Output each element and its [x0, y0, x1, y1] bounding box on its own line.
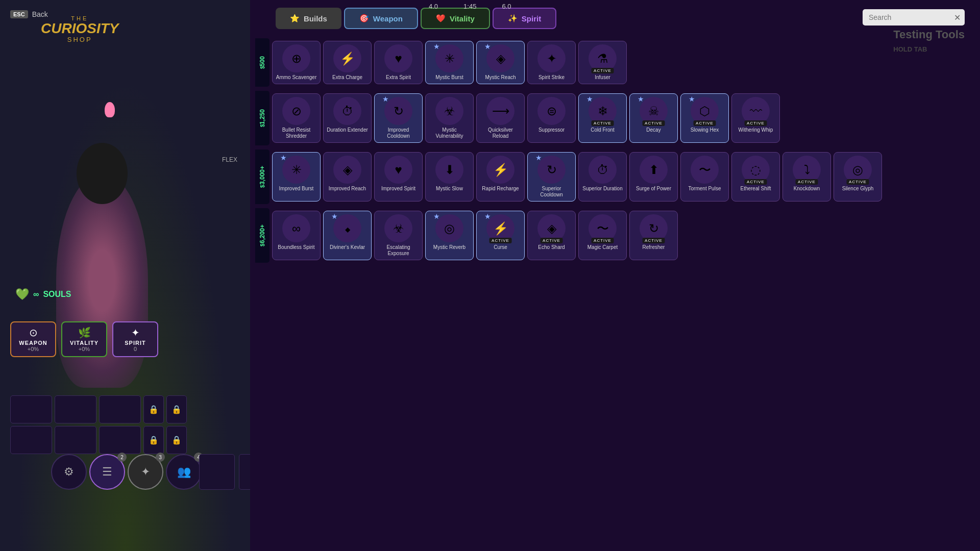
item-mystic-slow[interactable]: ⬇ Mystic Slow [425, 152, 474, 202]
hold-tab-label: HOLD TAB [893, 45, 927, 53]
testing-tools: Testing Tools HOLD TAB [893, 28, 965, 55]
item-knockdown[interactable]: ⤵ ACTIVE Knockdown [782, 152, 831, 202]
item-bullet-resist-shredder[interactable]: ⊘ Bullet Resist Shredder [272, 93, 321, 143]
item-mystic-reverb[interactable]: ★ ◎ Mystic Reverb [425, 211, 474, 260]
build-slot-3[interactable] [99, 395, 141, 423]
build-slot-6[interactable] [99, 426, 141, 454]
active-badge: ACTIVE [693, 120, 716, 126]
item-superior-cooldown[interactable]: ★ ↻ Superior Cooldown [527, 152, 576, 202]
item-escalating-exposure[interactable]: ☣ Escalating Exposure [374, 211, 423, 260]
item-ammo-scavenger[interactable]: ⊕ Ammo Scavenger [272, 41, 321, 84]
item-curse[interactable]: ★ ⚡ ACTIVE Curse [476, 211, 525, 260]
tier-badge-6200: $6,200+ [255, 208, 270, 263]
item-rapid-recharge[interactable]: ⚡ Rapid Recharge [476, 152, 525, 202]
vitality-icon: 🌿 [65, 327, 103, 339]
item-silence-glyph[interactable]: ◎ ACTIVE Silence Glyph [834, 152, 882, 202]
active-badge: ACTIVE [846, 179, 869, 185]
build-slot-row-1: 🔒 🔒 [10, 395, 187, 423]
header-num-3: 6.0 [502, 3, 511, 10]
tier-6200-grid: ∞ Boundless Spirit ★ ⬥ Diviner's Kevlar … [270, 208, 972, 263]
tabs-bar: ⭐ Builds 🎯 Weapon ❤️ Vitality ✨ Spirit [276, 8, 556, 29]
bottom-toolbar: ⚙ ☰ 2 ✦ 3 👥 4 [51, 454, 202, 490]
toolbar-list-btn[interactable]: ☰ 2 [89, 454, 125, 490]
item-boundless-spirit[interactable]: ∞ Boundless Spirit [272, 211, 321, 260]
active-badge: ACTIVE [591, 238, 614, 243]
shop-word: SHOP [41, 36, 118, 43]
vitality-tab-icon: ❤️ [436, 14, 446, 23]
item-superior-duration[interactable]: ⏱ Superior Duration [578, 152, 627, 202]
item-improved-cooldown[interactable]: ★ ↻ Improved Cooldown [374, 93, 423, 143]
tab-builds[interactable]: ⭐ Builds [276, 8, 341, 29]
item-improved-spirit[interactable]: ♥ Improved Spirit [374, 152, 423, 202]
flex-label: FLEX [222, 156, 237, 163]
active-badge: ACTIVE [642, 120, 665, 126]
build-slot-5[interactable] [55, 426, 96, 454]
tab-weapon[interactable]: 🎯 Weapon [344, 8, 418, 29]
build-slot-2[interactable] [55, 395, 96, 423]
item-improved-reach[interactable]: ◈ Improved Reach [323, 152, 372, 202]
tier-row-6200: $6,200+ ∞ Boundless Spirit ★ ⬥ Diviner's… [255, 208, 972, 263]
weapon-label: WEAPON [14, 340, 52, 346]
item-duration-extender[interactable]: ⏱ Duration Extender [323, 93, 372, 143]
item-refresher[interactable]: ↻ ACTIVE Refresher [629, 211, 678, 260]
item-surge-of-power[interactable]: ⬆ Surge of Power [629, 152, 678, 202]
active-badge: ACTIVE [744, 120, 767, 126]
item-decay[interactable]: ★ ☠ ACTIVE Decay [629, 93, 678, 143]
item-extra-charge[interactable]: ⚡ Extra Charge [323, 41, 372, 84]
spirit-tab-icon: ✨ [508, 14, 518, 23]
build-slot-1[interactable] [10, 395, 52, 423]
toolbar-people-btn[interactable]: 👥 4 [166, 454, 202, 490]
flex-section: FLEX [222, 156, 237, 163]
builds-icon: ⭐ [290, 14, 300, 23]
shop-curiosity: CURIOSITY [41, 21, 118, 36]
item-improved-burst[interactable]: ★ ✳ Improved Burst [272, 152, 321, 202]
header-num-2: 1:45 [463, 3, 476, 10]
btn-num-2: 2 [117, 453, 127, 462]
weapon-stat: ⊙ WEAPON +0% [10, 321, 56, 357]
tab-spirit[interactable]: ✨ Spirit [493, 8, 556, 29]
item-suppressor[interactable]: ⊜ Suppressor [527, 93, 576, 143]
tab-vitality[interactable]: ❤️ Vitality [421, 8, 490, 29]
bottom-empty-slots [199, 454, 250, 490]
bottom-slot-1 [199, 454, 235, 490]
spirit-icon: ✦ [116, 327, 154, 339]
souls-icon: 💚 [15, 288, 29, 301]
left-panel: ESC Back THE CURIOSITY SHOP 💚 ∞ SOULS ⊙ … [0, 0, 250, 551]
item-mystic-reach[interactable]: ★ ◈ Mystic Reach [476, 41, 525, 84]
spirit-label: SPIRIT [116, 340, 154, 346]
item-echo-shard[interactable]: ◈ ACTIVE Echo Shard [527, 211, 576, 260]
tier-badge-1250: $1,250 [255, 91, 270, 145]
item-extra-spirit[interactable]: ♥ Extra Spirit [374, 41, 423, 84]
item-mystic-burst[interactable]: ★ ✳ Mystic Burst [425, 41, 474, 84]
weapon-tab-icon: 🎯 [359, 14, 369, 23]
item-magic-carpet[interactable]: 〜 ACTIVE Magic Carpet [578, 211, 627, 260]
tier-3000-grid: ★ ✳ Improved Burst ◈ Improved Reach ♥ Im… [270, 149, 972, 204]
spirit-tab-label: Spirit [522, 14, 541, 23]
item-cold-front[interactable]: ★ ❄ ACTIVE Cold Front [578, 93, 627, 143]
build-slot-4[interactable] [10, 426, 52, 454]
souls-label: SOULS [43, 290, 71, 299]
item-diviners-kevlar[interactable]: ★ ⬥ Diviner's Kevlar [323, 211, 372, 260]
active-badge: ACTIVE [795, 179, 818, 185]
header-num-1: 4.0 [429, 3, 438, 10]
item-quicksilver-reload[interactable]: ⟶ Quicksilver Reload [476, 93, 525, 143]
weapon-icon: ⊙ [14, 327, 52, 339]
item-mystic-vulnerability[interactable]: ☣ Mystic Vulnerability [425, 93, 474, 143]
item-ethereal-shift[interactable]: ◌ ACTIVE Ethereal Shift [731, 152, 780, 202]
tier-row-500: $500 ⊕ Ammo Scavenger ⚡ Extra Charge ♥ E… [255, 38, 972, 87]
item-slowing-hex[interactable]: ★ ⬡ ACTIVE Slowing Hex [680, 93, 729, 143]
esc-badge: ESC [10, 10, 28, 18]
item-torment-pulse[interactable]: 〜 Torment Pulse [680, 152, 729, 202]
toolbar-crosshair-btn[interactable]: ✦ 3 [128, 454, 163, 490]
search-bar: ✕ [863, 9, 965, 26]
spirit-value: 0 [116, 346, 154, 352]
tier-1250-grid: ⊘ Bullet Resist Shredder ⏱ Duration Exte… [270, 91, 972, 145]
item-infuser[interactable]: ⚗ ACTIVE Infuser [578, 41, 627, 84]
active-badge: ACTIVE [591, 120, 614, 126]
search-input[interactable] [863, 9, 965, 26]
toolbar-gear-btn[interactable]: ⚙ [51, 454, 87, 490]
search-close-icon[interactable]: ✕ [954, 13, 961, 22]
item-withering-whip[interactable]: 〰 ACTIVE Withering Whip [731, 93, 780, 143]
main-panel: ⭐ Builds 🎯 Weapon ❤️ Vitality ✨ Spirit 4… [250, 0, 980, 551]
item-spirit-strike[interactable]: ✦ Spirit Strike [527, 41, 576, 84]
